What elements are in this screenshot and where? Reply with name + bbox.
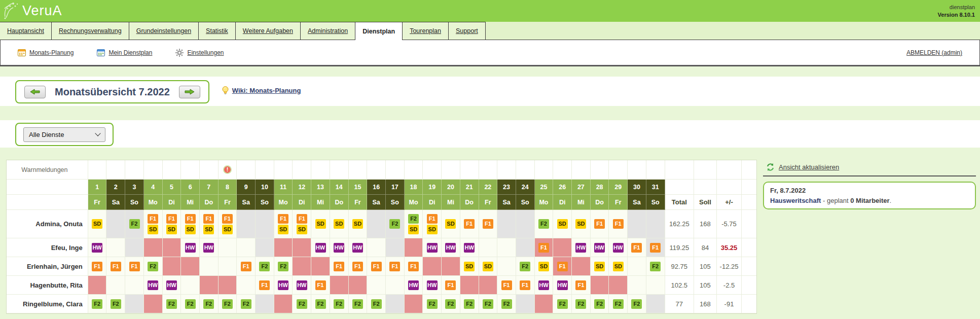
shift-cell-day-17[interactable] [386,238,405,257]
day-name-22[interactable]: Fr [479,195,498,210]
day-name-17[interactable]: So [386,195,405,210]
shift-cell-day-25[interactable]: SD [535,257,554,276]
shift-badge-f2[interactable]: F2 [538,219,549,229]
tab-administration[interactable]: Administration [300,22,355,40]
day-number-18[interactable]: 18 [405,180,423,195]
employee-name[interactable]: Hagenbutte, Rita [7,276,88,295]
shift-badge-f1[interactable]: F1 [650,243,661,253]
shift-cell-day-6[interactable] [181,276,200,295]
shift-cell-day-2[interactable] [106,276,125,295]
shift-cell-day-14[interactable]: SD [330,210,349,238]
shift-cell-day-23[interactable] [497,210,516,238]
tab-dienstplan[interactable]: Dienstplan [355,22,403,40]
shift-cell-day-15[interactable]: SD [349,210,368,238]
shift-cell-day-24[interactable]: F2 [516,257,535,276]
shift-badge-f2[interactable]: F2 [520,262,530,271]
shift-cell-day-23[interactable] [497,257,516,276]
shift-badge-f2[interactable]: F2 [203,299,214,309]
shift-cell-day-5[interactable] [163,238,182,257]
shift-cell-day-29[interactable]: F2 [609,295,628,313]
shift-badge-f1[interactable]: F1 [464,219,475,229]
shift-cell-day-27[interactable]: F2 [572,295,591,313]
shift-badge-hw[interactable]: HW [557,280,568,290]
shift-badge-f2[interactable]: F2 [352,299,363,309]
shift-cell-day-24[interactable]: F1 [516,276,535,295]
shift-badge-hw[interactable]: HW [538,280,549,290]
shift-cell-day-30[interactable] [628,210,646,238]
shift-badge-hw[interactable]: HW [613,243,624,253]
shift-cell-day-30[interactable]: F2 [628,295,646,313]
shift-badge-f1[interactable]: F1 [203,214,214,224]
tab-grundeinstellungen[interactable]: Grundeinstellungen [129,22,199,40]
day-number-25[interactable]: 25 [535,180,554,195]
shift-badge-hw[interactable]: HW [278,280,288,290]
shift-cell-day-18[interactable] [405,238,423,257]
shift-cell-day-26[interactable]: SD [553,210,572,238]
shift-cell-day-1[interactable]: HW [88,238,107,257]
shift-badge-sd[interactable]: SD [538,262,549,271]
shift-cell-day-27[interactable]: SD [572,210,591,238]
day-name-7[interactable]: Do [200,195,219,210]
day-name-4[interactable]: Mo [144,195,163,210]
shift-badge-hw[interactable]: HW [203,243,214,253]
day-number-3[interactable]: 3 [125,180,144,195]
shift-cell-day-5[interactable]: HW [163,276,182,295]
shift-cell-day-4[interactable]: HW [144,276,163,295]
day-number-29[interactable]: 29 [609,180,628,195]
tab-weitere-aufgaben[interactable]: Weitere Aufgaben [235,22,301,40]
shift-cell-day-27[interactable] [572,257,591,276]
shift-cell-day-19[interactable]: HW [423,276,442,295]
shift-cell-day-13[interactable]: F2 [311,295,330,313]
shift-cell-day-8[interactable] [219,257,237,276]
day-name-15[interactable]: Fr [349,195,368,210]
shift-cell-day-16[interactable]: F1 [367,257,386,276]
shift-cell-day-31[interactable] [646,276,665,295]
employee-name[interactable]: Admina, Onuta [7,210,88,238]
shift-badge-sd[interactable]: SD [557,219,568,229]
shift-cell-day-30[interactable] [628,257,646,276]
shift-cell-day-9[interactable] [237,276,256,295]
shift-cell-day-14[interactable]: F2 [330,295,349,313]
shift-cell-day-28[interactable] [591,276,609,295]
shift-cell-day-29[interactable]: SD [609,257,628,276]
shift-cell-day-26[interactable]: F1 [553,257,572,276]
shift-badge-f1[interactable]: F1 [483,219,493,229]
shift-badge-sd[interactable]: SD [315,219,326,229]
day-name-25[interactable]: Mo [535,195,554,210]
shift-badge-hw[interactable]: HW [408,280,419,290]
shift-badge-f2[interactable]: F2 [389,219,400,229]
shift-cell-day-22[interactable]: F1 [479,210,498,238]
shift-cell-day-8[interactable]: F2 [219,295,237,313]
shift-badge-f1[interactable]: F1 [111,262,121,271]
shift-badge-f2[interactable]: F2 [129,219,140,229]
shift-cell-day-24[interactable] [516,238,535,257]
shift-badge-f1[interactable]: F1 [427,214,438,224]
shift-cell-day-21[interactable] [460,276,479,295]
shift-badge-sd[interactable]: SD [297,225,307,234]
shift-cell-day-24[interactable] [516,210,535,238]
shift-badge-f1[interactable]: F1 [278,214,288,224]
shift-cell-day-6[interactable]: F2 [181,295,200,313]
shift-cell-day-29[interactable] [609,276,628,295]
shift-badge-f2[interactable]: F2 [315,299,326,309]
shift-badge-f1[interactable]: F1 [408,262,419,271]
shift-cell-day-2[interactable]: F2 [106,295,125,313]
day-number-6[interactable]: 6 [181,180,200,195]
day-name-3[interactable]: So [125,195,144,210]
shift-badge-sd[interactable]: SD [427,225,438,234]
shift-cell-day-23[interactable]: F1 [497,276,516,295]
day-name-11[interactable]: Mo [274,195,293,210]
day-number-16[interactable]: 16 [367,180,386,195]
day-number-22[interactable]: 22 [479,180,498,195]
day-name-13[interactable]: Mi [311,195,330,210]
shift-cell-day-25[interactable] [535,295,554,313]
shift-cell-day-14[interactable]: HW [330,238,349,257]
shift-cell-day-17[interactable]: F1 [386,257,405,276]
shift-badge-f1[interactable]: F1 [297,214,307,224]
day-name-21[interactable]: Do [460,195,479,210]
shift-cell-day-26[interactable] [553,238,572,257]
shift-badge-f2[interactable]: F2 [613,299,624,309]
shift-cell-day-31[interactable]: F1 [646,238,665,257]
shift-cell-day-11[interactable]: F2 [274,257,293,276]
shift-cell-day-20[interactable]: SD [442,210,460,238]
